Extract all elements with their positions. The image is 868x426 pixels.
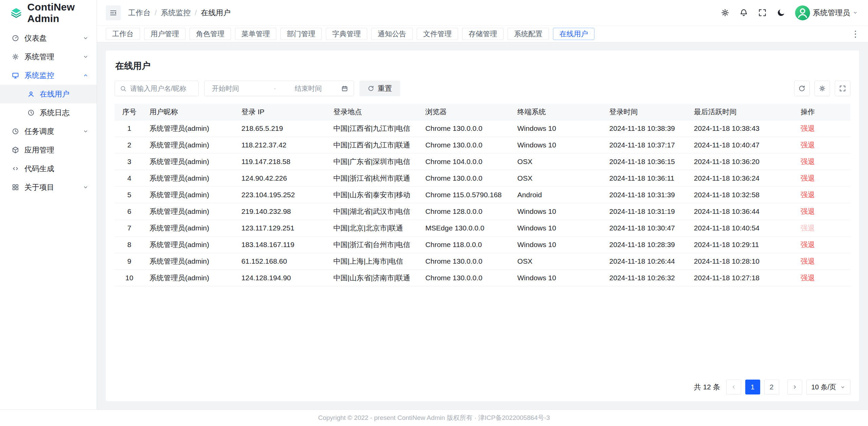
tab[interactable]: 角色管理 (190, 28, 231, 40)
app-logo[interactable]: ContiNew Admin (0, 0, 97, 25)
sidebar-item[interactable]: 系统管理 (0, 47, 97, 66)
tab[interactable]: 在线用户 (553, 28, 594, 40)
cell-no: 10 (115, 269, 144, 286)
sidebar-item[interactable]: 应用管理 (0, 141, 97, 159)
cell-last-active: 2024-11-18 10:40:47 (689, 137, 795, 153)
force-logout-link[interactable]: 强退 (801, 124, 815, 132)
settings-button[interactable] (721, 8, 730, 17)
next-page-button[interactable] (787, 380, 802, 394)
refresh-icon (368, 85, 374, 92)
cell-login-time: 2024-11-18 10:38:39 (604, 120, 689, 137)
history-icon (27, 109, 35, 117)
table-fullscreen-button[interactable] (835, 81, 850, 96)
page-size-select[interactable]: 10 条/页 (806, 380, 850, 394)
user-icon (27, 90, 35, 98)
sidebar-item[interactable]: 系统监控 (0, 66, 97, 85)
tab[interactable]: 系统配置 (508, 28, 549, 40)
cell-nickname: 系统管理员(admin) (144, 236, 236, 253)
force-logout-link[interactable]: 强退 (801, 241, 815, 248)
sidebar-subitem[interactable]: 在线用户 (0, 85, 97, 103)
tab[interactable]: 字典管理 (326, 28, 367, 40)
cell-login-time: 2024-11-18 10:30:47 (604, 220, 689, 236)
sidebar-item[interactable]: 代码生成 (0, 159, 97, 178)
page-button[interactable]: 2 (764, 380, 779, 394)
cell-action: 强退 (795, 220, 850, 236)
logo-icon (10, 6, 22, 20)
bell-icon (739, 8, 748, 17)
menu-fold-icon (109, 9, 117, 17)
prev-page-button[interactable] (726, 380, 741, 394)
sidebar-item[interactable]: 关于项目 (0, 178, 97, 197)
cell-nickname: 系统管理员(admin) (144, 220, 236, 236)
force-logout-link[interactable]: 强退 (801, 224, 815, 232)
cell-login-time: 2024-11-18 10:26:32 (604, 269, 689, 286)
table-toolbar (794, 81, 850, 96)
sidebar-item[interactable]: 任务调度 (0, 122, 97, 141)
dark-mode-toggle[interactable] (776, 8, 786, 17)
reset-button-label: 重置 (378, 84, 392, 93)
fullscreen-button[interactable] (758, 8, 767, 17)
cell-location: 中国|广东省|深圳市|电信 (328, 153, 420, 170)
tab[interactable]: 部门管理 (280, 28, 322, 40)
cell-no: 2 (115, 137, 144, 153)
cell-os: Windows 10 (512, 137, 604, 153)
column-header: 最后活跃时间 (689, 104, 795, 120)
cell-location: 中国|山东省|济南市|联通 (328, 269, 420, 286)
force-logout-link[interactable]: 强退 (801, 257, 815, 265)
search-input-field[interactable] (130, 85, 194, 93)
force-logout-link[interactable]: 强退 (801, 174, 815, 182)
column-settings-button[interactable] (814, 81, 830, 96)
sidebar-item[interactable]: 仪表盘 (0, 29, 97, 47)
force-logout-link[interactable]: 强退 (801, 274, 815, 282)
breadcrumb-item[interactable]: 在线用户 (201, 8, 231, 18)
cell-action: 强退 (795, 186, 850, 203)
sidebar-subitem-label: 在线用户 (40, 89, 70, 99)
clock-icon (12, 127, 19, 135)
cell-location: 中国|上海|上海市|电信 (328, 253, 420, 269)
breadcrumb-item[interactable]: 工作台 (128, 8, 151, 18)
tab-bar: 工作台用户管理角色管理菜单管理部门管理字典管理通知公告文件管理存储管理系统配置在… (97, 25, 868, 42)
search-input[interactable] (115, 81, 199, 96)
cell-ip: 124.90.42.226 (236, 170, 328, 186)
tab-actions-icon[interactable]: ⋮ (850, 29, 861, 39)
date-range-input[interactable]: 开始时间 - 结束时间 (204, 81, 354, 96)
reset-button[interactable]: 重置 (359, 81, 400, 96)
user-menu[interactable]: 系统管理员 (795, 5, 858, 20)
cell-login-time: 2024-11-18 10:28:39 (604, 236, 689, 253)
sidebar-subitem[interactable]: 系统日志 (0, 103, 97, 122)
tab-label: 存储管理 (469, 29, 497, 39)
tab[interactable]: 存储管理 (462, 28, 504, 40)
page-button[interactable]: 1 (745, 380, 760, 394)
cell-os: Windows 10 (512, 269, 604, 286)
online-users-table: 序号用户昵称登录 IP登录地点浏览器终端系统登录时间最后活跃时间操作 1系统管理… (115, 104, 850, 286)
force-logout-link[interactable]: 强退 (801, 207, 815, 215)
breadcrumb-item[interactable]: 系统监控 (161, 8, 191, 18)
page-size-label: 10 条/页 (811, 383, 836, 392)
sidebar-subitem-label: 系统日志 (40, 108, 70, 118)
tab[interactable]: 用户管理 (144, 28, 185, 40)
cell-last-active: 2024-11-18 10:32:58 (689, 186, 795, 203)
tab[interactable]: 菜单管理 (235, 28, 276, 40)
tab[interactable]: 工作台 (106, 28, 140, 40)
tab[interactable]: 通知公告 (371, 28, 413, 40)
cell-action: 强退 (795, 203, 850, 220)
filter-toolbar: 开始时间 - 结束时间 重置 (115, 81, 850, 96)
table-row: 9系统管理员(admin)61.152.168.60中国|上海|上海市|电信Ch… (115, 253, 850, 269)
cell-login-time: 2024-11-18 10:37:17 (604, 137, 689, 153)
notifications-button[interactable] (739, 8, 748, 17)
cell-nickname: 系统管理员(admin) (144, 153, 236, 170)
gear-icon (818, 85, 826, 92)
sidebar-collapse-button[interactable] (106, 5, 121, 20)
refresh-table-button[interactable] (794, 81, 810, 96)
cell-nickname: 系统管理员(admin) (144, 137, 236, 153)
tab[interactable]: 文件管理 (417, 28, 458, 40)
calendar-icon (341, 85, 348, 92)
force-logout-link[interactable]: 强退 (801, 158, 815, 165)
cell-nickname: 系统管理员(admin) (144, 186, 236, 203)
cell-browser: Chrome 130.0.0.0 (420, 253, 512, 269)
force-logout-link[interactable]: 强退 (801, 141, 815, 149)
tab-label: 工作台 (112, 29, 134, 39)
force-logout-link[interactable]: 强退 (801, 191, 815, 199)
cell-login-time: 2024-11-18 10:26:44 (604, 253, 689, 269)
cell-nickname: 系统管理员(admin) (144, 269, 236, 286)
